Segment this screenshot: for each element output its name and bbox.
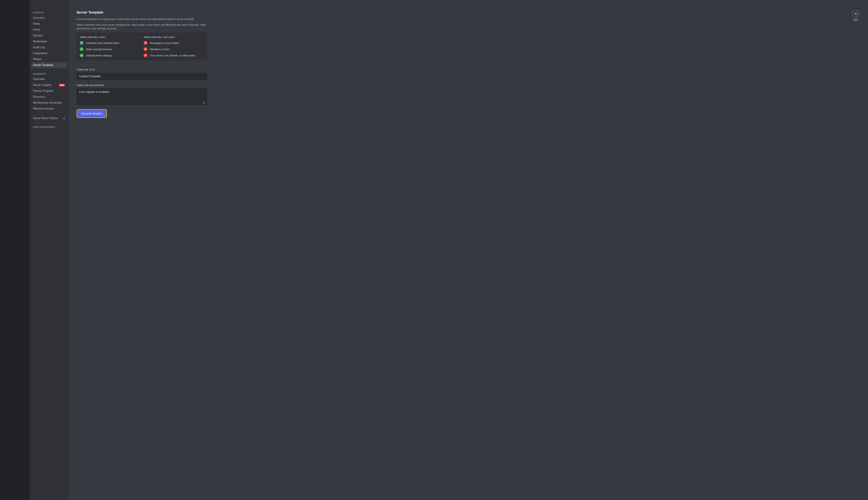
sidebar-item-partner-program[interactable]: Partner Program <box>31 88 67 94</box>
sidebar-item-moderation[interactable]: Moderation <box>31 38 67 44</box>
page-title: Server Template <box>77 10 207 14</box>
divider <box>33 70 65 70</box>
description-1: A server template is an easy way to shar… <box>77 17 207 21</box>
close-icon <box>854 12 857 15</box>
community-header: COMMUNITY <box>31 72 67 76</box>
new-badge: NEW <box>59 84 65 87</box>
sidebar-item-stickers[interactable]: Stickers <box>31 33 67 38</box>
sidebar-item-roles[interactable]: Roles <box>31 21 67 27</box>
description-2: When someone uses your server template l… <box>77 23 207 30</box>
template-description-input[interactable] <box>77 88 207 105</box>
sidebar-item-server-insights[interactable]: Server Insights NEW <box>31 82 67 88</box>
char-count: 95 <box>203 101 205 104</box>
template-title-input[interactable] <box>77 73 207 80</box>
template-copy-info-box: TEMPLATES WILL COPY: Channels and channe… <box>77 33 207 60</box>
sidebar-item-overview[interactable]: Overview <box>31 15 67 21</box>
wont-copy-item: Messages or any content <box>144 41 204 45</box>
main-content: ESC Server Template A server template is… <box>69 0 868 500</box>
sidebar-item-discovery[interactable]: Discovery <box>31 94 67 100</box>
cross-icon <box>144 47 147 51</box>
generate-button-highlight: Generate Template <box>77 109 107 118</box>
sidebar-item-welcome-screen[interactable]: Welcome Screen <box>31 106 67 112</box>
cross-icon <box>144 54 147 57</box>
generate-template-button[interactable]: Generate Template <box>78 110 106 117</box>
sidebar-item-widget[interactable]: Widget <box>31 56 67 62</box>
wont-copy-item: Members or bots <box>144 47 204 51</box>
will-copy-item: Channels and channel topics <box>80 41 140 45</box>
will-copy-item: Roles and permissions <box>80 47 140 51</box>
left-gutter <box>0 0 30 500</box>
sidebar-item-server-template[interactable]: Server Template <box>31 62 67 68</box>
sidebar-item-emoji[interactable]: Emoji <box>31 27 67 33</box>
esc-label: ESC <box>854 19 858 21</box>
sidebar-item-server-boost-status[interactable]: Server Boost Status ◈ <box>31 115 67 121</box>
check-icon <box>80 54 83 57</box>
will-copy-item: Default server settings <box>80 54 140 57</box>
will-copy-header: TEMPLATES WILL COPY: <box>80 36 140 38</box>
settings-sidebar: ELDRITCH Overview Roles Emoji Stickers M… <box>30 0 69 500</box>
close-button[interactable] <box>852 10 859 18</box>
server-name-header: ELDRITCH <box>31 10 67 15</box>
divider <box>33 113 65 114</box>
template-title-label: TEMPLATE TITLE <box>77 69 207 71</box>
user-management-header: USER MANAGEMENT <box>31 125 67 129</box>
sidebar-item-membership-screening[interactable]: Membership Screening <box>31 100 67 106</box>
sidebar-item-integrations[interactable]: Integrations <box>31 50 67 56</box>
check-icon <box>80 47 83 51</box>
wont-copy-header: TEMPLATES WILL NOT COPY: <box>144 36 204 38</box>
close-area: ESC <box>852 10 859 21</box>
cross-icon <box>144 41 147 45</box>
check-icon <box>80 41 83 45</box>
sidebar-item-community-overview[interactable]: Overview <box>31 76 67 82</box>
wont-copy-item: Your server icon, Boosts, or other perks <box>144 54 204 57</box>
template-description-label: TEMPLATE DESCRIPTION <box>77 84 207 87</box>
boost-icon: ◈ <box>63 117 65 120</box>
sidebar-item-audit-log[interactable]: Audit Log <box>31 44 67 50</box>
divider <box>77 65 207 65</box>
